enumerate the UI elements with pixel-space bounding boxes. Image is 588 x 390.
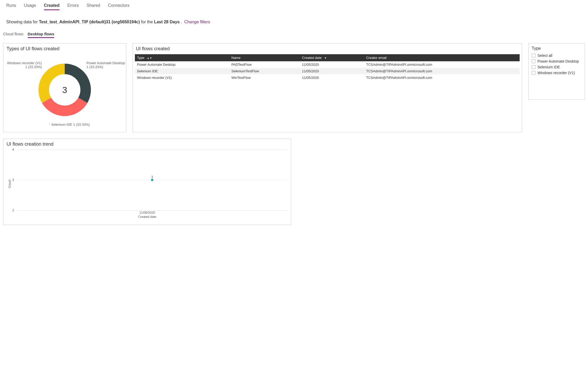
ui-flows-trend-card: UI flows creation trend Count 4 3 2 3 11…	[3, 139, 291, 225]
cell-type: Windows recorder (V1)	[135, 74, 229, 81]
x-axis-label: Created date	[138, 215, 156, 219]
cell-name: WinTestFlow	[229, 74, 300, 81]
filter-option-select-all[interactable]: Select all	[532, 53, 581, 58]
filter-option-selenium[interactable]: Selenium IDE	[532, 65, 581, 69]
donut-label-windows: Windows recorder (V1) 1 (33.33%)	[7, 61, 42, 69]
summary-prefix: Showing data for	[6, 20, 39, 24]
checkbox-icon[interactable]	[532, 65, 535, 69]
sort-icon[interactable]: ▲▼	[147, 57, 152, 59]
donut-label-pad-name: Power Automate Desktop	[86, 61, 125, 65]
col-header-creator-email[interactable]: Creator email	[364, 54, 520, 61]
y-axis-label: Count	[8, 180, 12, 188]
cell-name: PADTestFlow	[229, 61, 300, 68]
cell-email: TCSAdmin@TIPAdminAPI.onmicrosoft.com	[364, 61, 520, 68]
trend-plot-area: 4 3 2 3	[17, 150, 287, 210]
filter-label: Power Automate Desktop	[537, 59, 579, 63]
subtab-cloud-flows[interactable]: Cloud flows	[3, 32, 24, 38]
trend-chart[interactable]: Count 4 3 2 3 11/06/2020 Created date	[3, 149, 291, 219]
checkbox-icon[interactable]	[532, 54, 535, 57]
table-row[interactable]: Power Automate Desktop PADTestFlow 11/05…	[135, 61, 520, 68]
cell-date: 11/05/2020	[300, 74, 364, 81]
cell-date: 11/05/2020	[300, 68, 364, 74]
trend-data-point[interactable]	[151, 179, 153, 181]
tab-connectors[interactable]: Connectors	[108, 3, 129, 10]
filter-option-pad[interactable]: Power Automate Desktop	[532, 59, 581, 63]
summary-environment: Test_test_AdminAPI_TIP (default)31 (org5…	[39, 20, 140, 24]
checkbox-icon[interactable]	[532, 59, 535, 63]
flow-type-tabs: Cloud flows Desktop flows	[3, 32, 585, 40]
filter-option-windows[interactable]: Windows recorder (V1)	[532, 71, 581, 75]
col-header-name[interactable]: Name	[229, 54, 300, 61]
tab-usage[interactable]: Usage	[24, 3, 36, 10]
tab-runs[interactable]: Runs	[6, 3, 16, 10]
top-nav-tabs: Runs Usage Created Errors Shared Connect…	[3, 2, 585, 12]
gridline	[17, 210, 287, 211]
y-tick: 2	[12, 208, 14, 212]
table-row[interactable]: Windows recorder (V1) WinTestFlow 11/05/…	[135, 74, 520, 81]
filter-title: Type	[529, 43, 585, 52]
donut-label-pad-value: 1 (33.33%)	[86, 65, 125, 69]
col-header-type[interactable]: Type ▲▼	[135, 54, 229, 61]
y-tick: 4	[12, 148, 14, 151]
col-header-created-date[interactable]: Created date ▼	[300, 54, 364, 61]
cell-email: TCSAdmin@TIPAdminAPI.onmicrosoft.com	[364, 74, 520, 81]
y-tick: 3	[12, 178, 14, 182]
cell-email: TCSAdmin@TIPAdminAPI.onmicrosoft.com	[364, 68, 520, 74]
types-of-ui-flows-card: Types of UI flows created 3 Windows reco…	[3, 43, 126, 132]
type-filter-card: Type Select all Power Automate Desktop S…	[528, 43, 585, 100]
tab-errors[interactable]: Errors	[67, 3, 79, 10]
filter-label: Select all	[537, 53, 552, 58]
donut-chart[interactable]: 3 Windows recorder (V1) 1 (33.33%) Power…	[3, 53, 126, 127]
summary-text: Showing data for Test_test_AdminAPI_TIP …	[3, 12, 585, 32]
filter-label: Selenium IDE	[537, 65, 560, 69]
gridline	[17, 150, 287, 150]
col-header-created-label: Created date	[302, 56, 322, 60]
ui-flows-created-card: UI flows created Type ▲▼ Name Created da…	[133, 43, 522, 132]
change-filters-link[interactable]: Change filters	[184, 20, 210, 24]
donut-label-pad: Power Automate Desktop 1 (33.33%)	[86, 61, 125, 69]
tab-created[interactable]: Created	[44, 3, 60, 10]
trend-point-label: 3	[151, 175, 153, 179]
cell-type: Power Automate Desktop	[135, 61, 229, 68]
cell-type: Selenium IDE	[135, 68, 229, 74]
cell-name: SeleniumTestFlow	[229, 68, 300, 74]
table-row[interactable]: Selenium IDE SeleniumTestFlow 11/05/2020…	[135, 68, 520, 74]
tab-shared[interactable]: Shared	[87, 3, 100, 10]
chevron-down-icon[interactable]: ▼	[324, 57, 327, 59]
subtab-desktop-flows[interactable]: Desktop flows	[28, 32, 54, 38]
filter-label: Windows recorder (V1)	[537, 71, 575, 75]
trend-title: UI flows creation trend	[3, 139, 291, 149]
donut-label-selenium-text: Selenium IDE 1 (33.33%)	[51, 123, 90, 127]
checkbox-icon[interactable]	[532, 71, 535, 75]
donut-label-selenium: └ Selenium IDE 1 (33.33%)	[48, 123, 90, 127]
donut-label-windows-value: 1 (33.33%)	[7, 65, 42, 69]
donut-title: Types of UI flows created	[3, 43, 126, 53]
donut-label-windows-name: Windows recorder (V1)	[7, 61, 42, 65]
summary-suffix: .	[181, 20, 183, 24]
ui-flows-table: Type ▲▼ Name Created date ▼ Creator emai…	[135, 54, 520, 81]
x-tick-label: 11/06/2020	[139, 211, 155, 215]
table-title: UI flows created	[133, 43, 522, 53]
col-header-type-label: Type	[137, 56, 144, 60]
summary-middle: for the	[141, 20, 154, 24]
donut-center-value: 3	[62, 85, 67, 95]
summary-period: Last 28 Days	[154, 20, 180, 24]
cell-date: 11/05/2020	[300, 61, 364, 68]
